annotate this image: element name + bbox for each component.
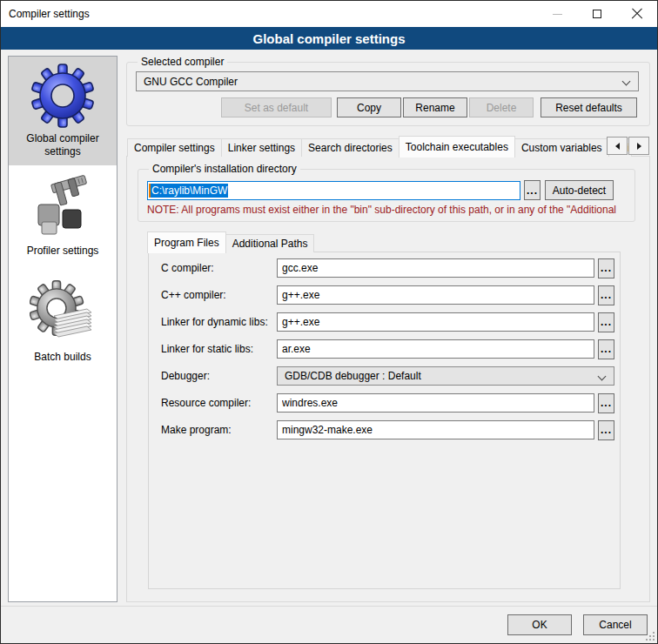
window-controls xyxy=(537,1,657,27)
chevron-down-icon xyxy=(622,77,631,86)
field-label: Debugger: xyxy=(161,370,277,382)
static-linker-input[interactable] xyxy=(277,339,594,359)
copy-button[interactable]: Copy xyxy=(337,97,401,117)
minimize-icon xyxy=(553,14,562,15)
settings-tab-strip: Compiler settings Linker settings Search… xyxy=(126,134,650,157)
program-files-panel: C compiler: ... C++ compiler: ... Linker… xyxy=(148,252,621,589)
triangle-right-icon xyxy=(637,143,641,150)
auto-detect-button[interactable]: Auto-detect xyxy=(545,180,614,200)
tab-scroll-right-button[interactable] xyxy=(628,137,649,155)
browse-c-compiler-button[interactable]: ... xyxy=(598,258,614,278)
selected-compiler-legend: Selected compiler xyxy=(138,56,227,68)
field-row-cpp-compiler: C++ compiler: ... xyxy=(161,285,614,305)
field-label: C compiler: xyxy=(161,262,277,274)
selected-compiler-group: Selected compiler GNU GCC Compiler Set a… xyxy=(126,56,650,126)
compiler-buttons-row: Set as default Copy Rename Delete Reset … xyxy=(134,97,642,117)
blue-gear-icon xyxy=(30,63,96,129)
browse-dynamic-linker-button[interactable]: ... xyxy=(598,312,614,332)
title-bar[interactable]: Compiler settings xyxy=(1,1,657,27)
dialog-header: Global compiler settings xyxy=(1,27,657,50)
browse-resource-compiler-button[interactable]: ... xyxy=(598,393,614,413)
tab-custom-variables[interactable]: Custom variables xyxy=(514,138,609,157)
window-title: Compiler settings xyxy=(9,8,90,20)
chevron-down-icon xyxy=(598,372,607,381)
toolchain-executables-page: Compiler's installation directory C:\ray… xyxy=(126,156,650,602)
maximize-button[interactable] xyxy=(577,1,617,27)
field-label: C++ compiler: xyxy=(161,289,277,301)
maximize-icon xyxy=(593,10,601,18)
field-label: Resource compiler: xyxy=(161,397,277,409)
field-label: Linker for static libs: xyxy=(161,343,277,355)
sidebar-item-label: Batch builds xyxy=(10,351,115,364)
tab-search-directories[interactable]: Search directories xyxy=(301,138,400,157)
tab-compiler-settings[interactable]: Compiler settings xyxy=(127,138,222,157)
field-label: Make program: xyxy=(161,424,277,436)
dialog-header-title: Global compiler settings xyxy=(252,31,405,46)
field-row-static-linker: Linker for static libs: ... xyxy=(161,339,614,359)
installation-directory-group: Compiler's installation directory C:\ray… xyxy=(138,163,635,222)
sidebar-item-label: Profiler settings xyxy=(10,245,115,258)
compiler-select[interactable]: GNU GCC Compiler xyxy=(136,71,639,91)
program-files-tab-strip: Program Files Additional Paths xyxy=(147,231,635,252)
browse-cpp-compiler-button[interactable]: ... xyxy=(598,285,614,305)
dialog-body: Global compiler settings xyxy=(1,50,657,606)
compiler-settings-dialog: Compiler settings Global compiler settin… xyxy=(0,0,658,644)
bin-subdirectory-note: NOTE: All programs must exist either in … xyxy=(147,204,626,216)
debugger-select-value: GDB/CDB debugger : Default xyxy=(285,370,421,382)
tab-additional-paths[interactable]: Additional Paths xyxy=(225,234,315,252)
field-label: Linker for dynamic libs: xyxy=(161,316,277,328)
cancel-button[interactable]: Cancel xyxy=(583,614,648,635)
installation-directory-legend: Compiler's installation directory xyxy=(149,163,300,175)
browse-static-linker-button[interactable]: ... xyxy=(598,339,614,359)
field-row-dynamic-linker: Linker for dynamic libs: ... xyxy=(161,312,614,332)
close-button[interactable] xyxy=(617,1,657,27)
tab-linker-settings[interactable]: Linker settings xyxy=(221,138,302,157)
debugger-select[interactable]: GDB/CDB debugger : Default xyxy=(277,366,614,386)
reset-defaults-button[interactable]: Reset defaults xyxy=(540,97,637,117)
c-compiler-input[interactable] xyxy=(277,258,594,278)
browse-directory-button[interactable]: ... xyxy=(524,180,540,200)
tab-scroll-buttons xyxy=(607,137,649,155)
triangle-left-icon xyxy=(615,143,620,150)
rename-button[interactable]: Rename xyxy=(403,97,467,117)
field-row-resource-compiler: Resource compiler: ... xyxy=(161,393,614,413)
dialog-footer: OK Cancel xyxy=(1,606,657,643)
sidebar-item-batch-builds[interactable]: Batch builds xyxy=(9,273,117,371)
make-program-input[interactable] xyxy=(277,420,594,439)
batch-builds-icon xyxy=(30,279,96,347)
field-row-c-compiler: C compiler: ... xyxy=(161,258,614,278)
delete-button[interactable]: Delete xyxy=(469,97,534,117)
sidebar-item-label: Global compiler settings xyxy=(10,132,115,158)
profiler-caliper-icon xyxy=(30,171,96,241)
selected-path-text: C:\raylib\MinGW xyxy=(151,184,228,198)
resource-compiler-input[interactable] xyxy=(277,393,594,413)
field-row-debugger: Debugger: GDB/CDB debugger : Default xyxy=(161,366,614,386)
resize-grip[interactable] xyxy=(646,632,648,634)
cpp-compiler-input[interactable] xyxy=(277,285,594,305)
tab-toolchain-executables[interactable]: Toolchain executables xyxy=(399,136,515,158)
tab-program-files[interactable]: Program Files xyxy=(147,231,226,253)
ok-button[interactable]: OK xyxy=(507,614,572,635)
tab-scroll-left-button[interactable] xyxy=(607,137,628,155)
field-row-make-program: Make program: ... xyxy=(161,420,614,439)
installation-directory-row: C:\raylib\MinGW ... Auto-detect xyxy=(147,180,626,200)
main-panel: Selected compiler GNU GCC Compiler Set a… xyxy=(126,56,650,602)
compiler-select-value: GNU GCC Compiler xyxy=(144,76,238,88)
sidebar-item-profiler-settings[interactable]: Profiler settings xyxy=(9,165,117,265)
browse-make-program-button[interactable]: ... xyxy=(598,420,614,440)
minimize-button[interactable] xyxy=(537,1,577,27)
set-as-default-button[interactable]: Set as default xyxy=(221,97,332,117)
settings-category-list: Global compiler settings xyxy=(8,56,118,602)
dynamic-linker-input[interactable] xyxy=(277,312,594,332)
close-icon xyxy=(631,8,643,20)
installation-directory-input[interactable]: C:\raylib\MinGW xyxy=(147,181,520,200)
sidebar-item-global-compiler-settings[interactable]: Global compiler settings xyxy=(9,57,117,165)
